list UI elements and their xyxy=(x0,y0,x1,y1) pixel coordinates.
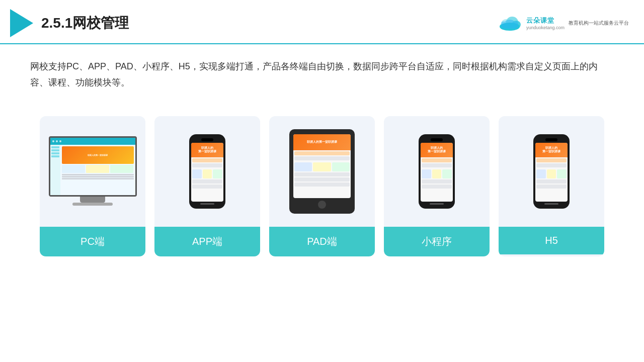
pad-mini-2 xyxy=(313,162,331,171)
pc-sidebar-item-4 xyxy=(51,155,59,157)
pc-list-item-2 xyxy=(62,176,134,177)
pc-grid-item-2 xyxy=(86,165,109,173)
miniapp-mini-1 xyxy=(422,169,431,178)
pad-mini-3 xyxy=(332,162,350,171)
sc-cards-h5 xyxy=(536,169,567,178)
card-pad: 职涯人的第一堂职涯课 xyxy=(269,116,375,256)
sc-row-2 xyxy=(192,163,222,167)
sc-mini-3 xyxy=(213,169,222,178)
h5-row-2 xyxy=(536,163,567,167)
screen-content-miniapp: 职涯人的第一堂职涯课 xyxy=(421,143,453,202)
phone-screen-miniapp: 职涯人的第一堂职涯课 xyxy=(421,143,453,202)
sc-cards-miniapp xyxy=(422,169,452,178)
sc-mini-2 xyxy=(203,169,212,178)
pc-grid-item-1 xyxy=(62,165,85,173)
pad-row-5 xyxy=(294,183,350,187)
miniapp-row-4 xyxy=(422,185,452,189)
pc-sidebar xyxy=(50,145,60,195)
miniapp-row-2 xyxy=(422,163,452,167)
pc-dot-2 xyxy=(56,140,58,142)
logo-url: yunduoketang.com xyxy=(526,25,565,30)
sc-row-4 xyxy=(192,185,222,189)
miniapp-row-3 xyxy=(422,179,452,184)
pc-list-item-1 xyxy=(62,174,134,175)
play-icon xyxy=(10,9,33,37)
h5-image-area: 职涯人的第一堂职涯课 xyxy=(499,116,604,227)
phone-mockup-h5: 职涯人的第一堂职涯课 xyxy=(533,134,570,209)
tablet-mockup: 职涯人的第一堂职涯课 xyxy=(289,129,355,214)
pad-row-2 xyxy=(294,156,350,160)
sc-cards-app xyxy=(192,169,222,178)
phone-home-bar-h5 xyxy=(544,203,558,205)
pc-top-bar xyxy=(50,138,135,145)
miniapp-image-area: 职涯人的第一堂职涯课 xyxy=(384,116,490,227)
pc-sidebar-item-2 xyxy=(51,149,59,151)
h5-mini-3 xyxy=(557,169,567,178)
pc-grid xyxy=(62,165,134,173)
pc-monitor: 职涯人的第一堂职涯课 xyxy=(49,136,137,207)
sc-header-app: 职涯人的第一堂职涯课 xyxy=(191,143,223,157)
card-label-h5: H5 xyxy=(499,227,604,254)
pc-screen-content: 职涯人的第一堂职涯课 xyxy=(50,138,135,195)
tablet-home-button xyxy=(318,201,326,209)
pad-image-area: 职涯人的第一堂职涯课 xyxy=(269,116,375,227)
phone-mockup-app: 职涯人的第一堂职涯课 xyxy=(189,134,225,209)
page-title: 2.5.1网校管理 xyxy=(41,14,129,33)
monitor-base xyxy=(72,203,113,206)
pc-dot xyxy=(52,140,54,142)
sc-header-text-h5: 职涯人的第一堂职涯课 xyxy=(542,146,560,154)
sc-body-miniapp xyxy=(421,157,453,202)
sc-row-1 xyxy=(192,158,222,162)
card-label-pad: PAD端 xyxy=(269,227,375,256)
phone-home-bar-app xyxy=(200,203,214,205)
sc-header-text-app: 职涯人的第一堂职涯课 xyxy=(198,146,216,154)
phone-screen-app: 职涯人的第一堂职涯课 xyxy=(191,143,223,202)
sc-header-text-pad: 职涯人的第一堂职涯课 xyxy=(307,140,337,144)
header: 2.5.1网校管理 云朵课堂 yunduoketang.com 教育机构一站式服… xyxy=(0,0,644,44)
sc-header-h5: 职涯人的第一堂职涯课 xyxy=(535,143,568,157)
h5-mini-2 xyxy=(547,169,556,178)
app-image-area: 职涯人的第一堂职涯课 xyxy=(154,116,260,227)
card-label-app: APP端 xyxy=(154,227,260,256)
card-pc: 职涯人的第一堂职涯课 xyxy=(40,116,145,256)
pc-main: 职涯人的第一堂职涯课 xyxy=(60,145,135,195)
pad-row-1 xyxy=(294,151,350,155)
sc-body-pad xyxy=(293,150,351,198)
screen-content-pad: 职涯人的第一堂职涯课 xyxy=(293,134,351,198)
pc-sidebar-item-3 xyxy=(51,152,59,154)
h5-row-1 xyxy=(536,158,567,162)
pc-sidebar-item xyxy=(51,146,59,148)
miniapp-row-1 xyxy=(422,158,452,162)
pc-image-area: 职涯人的第一堂职涯课 xyxy=(40,116,145,227)
sc-mini-1 xyxy=(192,169,202,178)
sc-body-app xyxy=(191,157,223,202)
phone-notch-app xyxy=(201,138,213,141)
card-h5: 职涯人的第一堂职涯课 xyxy=(499,116,604,256)
phone-notch-miniapp xyxy=(431,138,443,141)
pad-row-3 xyxy=(294,172,350,176)
screen-content-h5: 职涯人的第一堂职涯课 xyxy=(535,143,568,202)
card-app: 职涯人的第一堂职涯课 xyxy=(154,116,260,256)
pad-mini-1 xyxy=(294,162,312,171)
h5-row-3 xyxy=(536,179,567,184)
miniapp-mini-2 xyxy=(432,169,442,178)
h5-mini-1 xyxy=(536,169,546,178)
logo-area: 云朵课堂 yunduoketang.com 教育机构一站式服务云平台 xyxy=(497,15,629,32)
description-text: 网校支持PC、APP、PAD、小程序、H5，实现多端打通，产品各终端自由切换，数… xyxy=(30,58,614,91)
phone-home-bar-miniapp xyxy=(430,203,444,205)
description: 网校支持PC、APP、PAD、小程序、H5，实现多端打通，产品各终端自由切换，数… xyxy=(0,44,644,101)
pc-list-item-3 xyxy=(62,178,134,179)
pc-content-area: 职涯人的第一堂职涯课 xyxy=(50,145,135,195)
pc-hero: 职涯人的第一堂职涯课 xyxy=(62,146,134,164)
sc-header-miniapp: 职涯人的第一堂职涯课 xyxy=(421,143,453,157)
sc-header-text-miniapp: 职涯人的第一堂职涯课 xyxy=(428,146,446,154)
sc-body-h5 xyxy=(535,157,568,202)
cards-section: 职涯人的第一堂职涯课 xyxy=(0,106,644,272)
tablet-screen: 职涯人的第一堂职涯课 xyxy=(293,134,351,198)
header-left: 2.5.1网校管理 xyxy=(10,9,129,37)
card-label-pc: PC端 xyxy=(40,227,145,256)
pc-hero-text: 职涯人的第一堂职涯课 xyxy=(88,154,108,156)
phone-screen-h5: 职涯人的第一堂职涯课 xyxy=(535,143,568,202)
phone-mockup-miniapp: 职涯人的第一堂职涯课 xyxy=(419,134,455,209)
pc-list xyxy=(62,174,134,179)
